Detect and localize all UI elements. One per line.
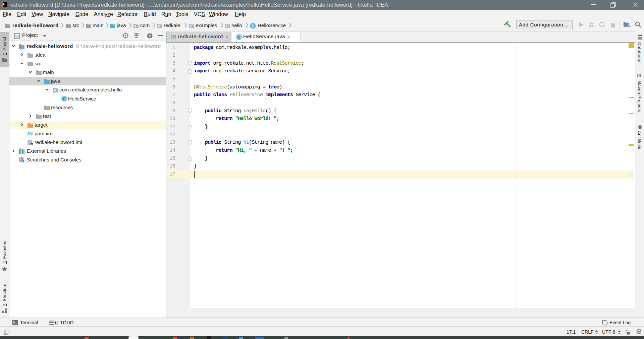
svg-text:C: C [252, 24, 254, 28]
svg-text:IJ: IJ [3, 2, 5, 6]
svg-text:C: C [63, 97, 66, 101]
